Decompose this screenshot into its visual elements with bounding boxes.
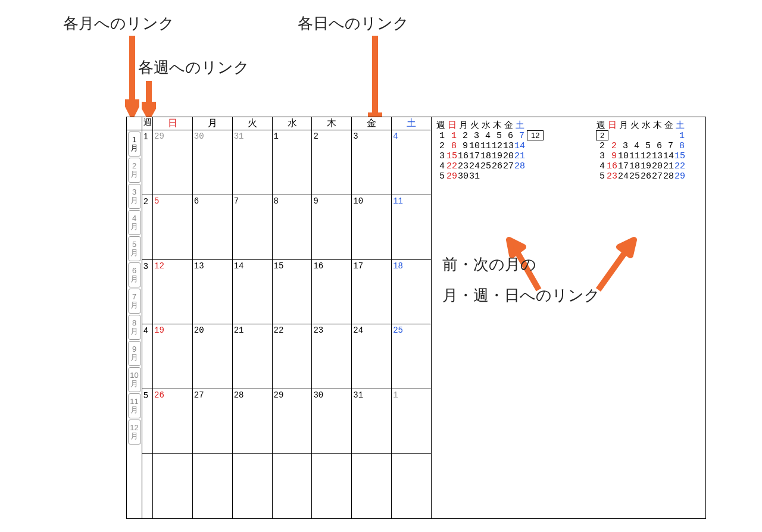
mini-day-cell[interactable]: 27 — [652, 171, 663, 181]
month-button-2[interactable]: 2月 — [128, 158, 141, 183]
month-button-9[interactable]: 9月 — [128, 341, 141, 366]
mini-week-link[interactable]: 4 — [435, 161, 446, 171]
mini-day-cell[interactable]: 25 — [629, 171, 641, 181]
day-cell[interactable]: 5 — [153, 195, 193, 259]
mini-day-cell[interactable]: 11 — [629, 151, 641, 161]
day-cell[interactable]: 3 — [352, 130, 392, 195]
day-cell[interactable]: 15 — [273, 260, 313, 324]
mini-day-cell[interactable]: 16 — [458, 151, 469, 161]
day-cell[interactable]: 31 — [352, 389, 392, 453]
mini-month-tag-prev[interactable]: 12 — [527, 130, 544, 140]
week-link[interactable]: 5 — [142, 389, 153, 453]
mini-day-cell[interactable]: 20 — [652, 161, 663, 171]
mini-day-cell[interactable]: 10 — [618, 151, 629, 161]
month-button-7[interactable]: 7月 — [128, 289, 141, 314]
day-cell[interactable]: 9 — [312, 195, 352, 259]
mini-day-cell[interactable]: 26 — [492, 161, 503, 171]
mini-day-cell[interactable]: 28 — [663, 171, 674, 181]
mini-day-cell[interactable]: 24 — [618, 171, 629, 181]
mini-day-cell[interactable]: 22 — [446, 161, 458, 171]
mini-day-cell[interactable]: 22 — [674, 161, 686, 171]
month-button-1[interactable]: 1月 — [128, 132, 141, 157]
mini-day-cell[interactable]: 15 — [446, 151, 458, 161]
mini-day-cell[interactable]: 13 — [652, 151, 663, 161]
mini-week-link[interactable]: 5 — [435, 171, 446, 181]
mini-day-cell[interactable]: 27 — [503, 161, 514, 171]
day-cell[interactable]: 4 — [392, 130, 431, 195]
day-cell[interactable]: 7 — [233, 195, 273, 259]
day-cell[interactable]: 28 — [233, 389, 273, 453]
month-button-3[interactable]: 3月 — [128, 184, 141, 209]
month-button-10[interactable]: 10月 — [128, 367, 141, 392]
mini-day-cell[interactable]: 1 — [446, 131, 458, 141]
day-cell[interactable]: 31 — [233, 130, 273, 195]
month-button-4[interactable]: 4月 — [128, 210, 141, 235]
day-cell[interactable]: 30 — [312, 389, 352, 453]
day-cell[interactable]: 11 — [392, 195, 431, 259]
week-link[interactable]: 1 — [142, 130, 153, 195]
day-cell[interactable]: 12 — [153, 260, 193, 324]
mini-day-cell[interactable]: 20 — [503, 151, 514, 161]
mini-day-cell[interactable]: 9 — [607, 151, 618, 161]
day-cell[interactable]: 1 — [392, 389, 431, 453]
mini-day-cell[interactable]: 28 — [514, 161, 526, 171]
day-cell[interactable]: 19 — [153, 324, 193, 389]
mini-day-cell[interactable]: 29 — [674, 171, 686, 181]
mini-day-cell[interactable]: 14 — [514, 141, 526, 151]
mini-day-cell[interactable]: 10 — [469, 141, 480, 151]
mini-day-cell[interactable]: 3 — [469, 131, 480, 141]
day-cell[interactable]: 2 — [312, 130, 352, 195]
mini-day-cell[interactable]: 2 — [458, 131, 469, 141]
day-cell[interactable]: 26 — [153, 389, 193, 453]
mini-week-link[interactable]: 3 — [595, 151, 607, 161]
day-cell[interactable]: 1 — [273, 130, 313, 195]
mini-day-cell[interactable]: 6 — [503, 131, 514, 141]
week-link[interactable]: 3 — [142, 260, 153, 324]
mini-day-cell[interactable]: 5 — [492, 131, 503, 141]
mini-day-cell[interactable]: 21 — [514, 151, 526, 161]
mini-day-cell[interactable]: 6 — [652, 141, 663, 151]
mini-day-cell[interactable]: 25 — [480, 161, 492, 171]
mini-day-cell[interactable]: 7 — [663, 141, 674, 151]
mini-day-cell[interactable]: 8 — [674, 141, 686, 151]
mini-day-cell[interactable]: 11 — [480, 141, 492, 151]
mini-week-link[interactable]: 2 — [435, 141, 446, 151]
mini-week-link[interactable]: 5 — [595, 171, 607, 181]
day-cell[interactable]: 25 — [392, 324, 431, 389]
day-cell[interactable]: 10 — [352, 195, 392, 259]
day-cell[interactable]: 13 — [193, 260, 233, 324]
mini-week-link[interactable]: 3 — [435, 151, 446, 161]
day-cell[interactable]: 16 — [312, 260, 352, 324]
week-link[interactable]: 4 — [142, 324, 153, 389]
mini-day-cell[interactable]: 12 — [492, 141, 503, 151]
day-cell[interactable]: 24 — [352, 324, 392, 389]
mini-day-cell[interactable]: 24 — [469, 161, 480, 171]
mini-month-tag-next[interactable]: 2 — [596, 130, 608, 140]
mini-day-cell[interactable]: 7 — [514, 131, 526, 141]
mini-day-cell[interactable]: 4 — [629, 141, 641, 151]
day-cell[interactable]: 27 — [193, 389, 233, 453]
mini-week-link[interactable]: 1 — [435, 131, 446, 141]
day-cell[interactable]: 21 — [233, 324, 273, 389]
day-cell[interactable]: 6 — [193, 195, 233, 259]
day-cell[interactable]: 17 — [352, 260, 392, 324]
mini-day-cell[interactable]: 1 — [674, 131, 686, 141]
day-cell[interactable]: 8 — [273, 195, 313, 259]
month-button-11[interactable]: 11月 — [128, 393, 141, 418]
month-button-6[interactable]: 6月 — [128, 262, 141, 287]
month-button-12[interactable]: 12月 — [128, 420, 141, 445]
mini-day-cell[interactable]: 4 — [480, 131, 492, 141]
day-cell[interactable]: 29 — [273, 389, 313, 453]
mini-day-cell[interactable]: 19 — [492, 151, 503, 161]
mini-day-cell[interactable]: 5 — [641, 141, 652, 151]
mini-day-cell[interactable]: 3 — [618, 141, 629, 151]
mini-day-cell[interactable]: 30 — [458, 171, 469, 181]
mini-day-cell[interactable]: 16 — [607, 161, 618, 171]
month-button-5[interactable]: 5月 — [128, 236, 141, 261]
mini-day-cell[interactable]: 26 — [641, 171, 652, 181]
mini-day-cell[interactable]: 19 — [641, 161, 652, 171]
mini-day-cell[interactable]: 31 — [469, 171, 480, 181]
day-cell[interactable]: 23 — [312, 324, 352, 389]
day-cell[interactable]: 18 — [392, 260, 431, 324]
mini-week-link[interactable]: 2 — [595, 141, 607, 151]
